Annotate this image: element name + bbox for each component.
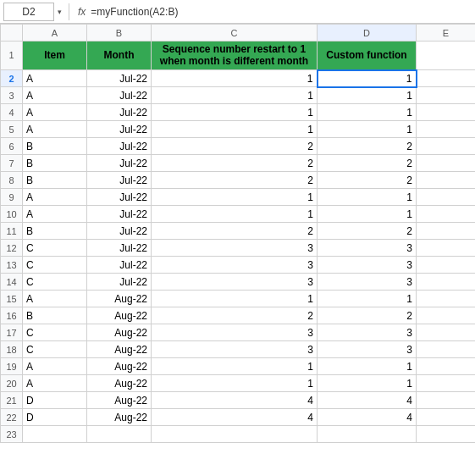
cell-c[interactable]: 1 [152,206,318,223]
cell-a[interactable]: A [23,206,87,223]
cell-d[interactable]: 1 [318,104,417,121]
cell-a[interactable] [23,426,87,443]
cell-c[interactable]: 1 [152,70,318,87]
cell-e[interactable] [417,172,476,189]
cell-b[interactable]: Aug-22 [87,392,152,409]
cell-c[interactable]: 3 [152,341,318,358]
cell-a[interactable]: A [23,87,87,104]
cell-d[interactable] [318,426,417,443]
header-custom-function[interactable]: Custom function [318,42,417,70]
cell-c[interactable]: 1 [152,358,318,375]
cell-d[interactable]: 2 [318,155,417,172]
cell-e[interactable] [417,426,476,443]
cell-d[interactable]: 1 [318,358,417,375]
cell-c[interactable]: 2 [152,307,318,324]
cell-b[interactable]: Jul-22 [87,155,152,172]
cell-c[interactable]: 3 [152,257,318,274]
cell-a[interactable]: C [23,274,87,291]
cell-b[interactable]: Jul-22 [87,240,152,257]
cell-b[interactable]: Jul-22 [87,138,152,155]
col-header-c[interactable]: C [152,25,318,42]
cell-d[interactable]: 3 [318,324,417,341]
cell-c[interactable]: 1 [152,375,318,392]
cell-e[interactable] [417,257,476,274]
cell-b[interactable] [87,426,152,443]
header-sequence[interactable]: Sequence number restart to 1 when month … [152,42,318,70]
cell-c[interactable]: 4 [152,392,318,409]
cell-e[interactable] [417,375,476,392]
cell-a[interactable]: C [23,240,87,257]
cell-a[interactable]: A [23,291,87,307]
cell-e[interactable] [417,240,476,257]
cell-a[interactable]: A [23,375,87,392]
cell-b[interactable]: Jul-22 [87,257,152,274]
cell-e[interactable] [417,206,476,223]
cell-c[interactable]: 3 [152,240,318,257]
cell-b[interactable]: Jul-22 [87,104,152,121]
cell-c[interactable]: 2 [152,172,318,189]
cell-a[interactable]: B [23,307,87,324]
cell-ref-dropdown-icon[interactable]: ▾ [58,8,62,16]
cell-b[interactable]: Jul-22 [87,70,152,87]
cell-b[interactable]: Aug-22 [87,324,152,341]
cell-e[interactable] [417,291,476,307]
cell-a[interactable]: A [23,104,87,121]
cell-b[interactable]: Jul-22 [87,87,152,104]
cell-e[interactable] [417,358,476,375]
cell-a[interactable]: B [23,138,87,155]
cell-a[interactable]: B [23,223,87,240]
cell-e[interactable] [417,121,476,138]
cell-d[interactable]: 1 [318,70,417,87]
cell-e[interactable] [417,324,476,341]
cell-d[interactable]: 1 [318,189,417,206]
cell-d[interactable]: 1 [318,87,417,104]
cell-c[interactable]: 1 [152,291,318,307]
cell-c[interactable]: 1 [152,87,318,104]
header-month[interactable]: Month [87,42,152,70]
cell-e[interactable] [417,155,476,172]
cell-a[interactable]: A [23,189,87,206]
cell-c[interactable]: 1 [152,189,318,206]
cell-d[interactable]: 2 [318,223,417,240]
cell-e[interactable] [417,70,476,87]
cell-d[interactable]: 1 [318,375,417,392]
col-header-a[interactable]: A [23,25,87,42]
cell-b[interactable]: Aug-22 [87,341,152,358]
cell-d[interactable]: 4 [318,409,417,426]
cell-b[interactable]: Aug-22 [87,375,152,392]
cell-a[interactable]: C [23,341,87,358]
cell-c[interactable] [152,426,318,443]
cell-a[interactable]: A [23,358,87,375]
cell-b[interactable]: Aug-22 [87,291,152,307]
col-header-e[interactable]: E [417,25,476,42]
cell-e[interactable] [417,392,476,409]
cell-b[interactable]: Aug-22 [87,358,152,375]
col-header-d[interactable]: D [318,25,417,42]
cell-a[interactable]: D [23,409,87,426]
header-item[interactable]: Item [23,42,87,70]
cell-b[interactable]: Jul-22 [87,189,152,206]
cell-a[interactable]: C [23,324,87,341]
formula-input[interactable]: =myFunction(A2:B) [91,6,472,18]
cell-b[interactable]: Aug-22 [87,409,152,426]
cell-e1[interactable] [417,42,476,70]
cell-c[interactable]: 4 [152,409,318,426]
cell-e[interactable] [417,138,476,155]
cell-d[interactable]: 1 [318,121,417,138]
cell-a[interactable]: C [23,257,87,274]
cell-d[interactable]: 3 [318,274,417,291]
cell-d[interactable]: 3 [318,240,417,257]
cell-c[interactable]: 2 [152,155,318,172]
cell-b[interactable]: Jul-22 [87,172,152,189]
cell-a[interactable]: D [23,392,87,409]
cell-d[interactable]: 3 [318,257,417,274]
cell-d[interactable]: 1 [318,291,417,307]
cell-d[interactable]: 2 [318,172,417,189]
cell-e[interactable] [417,409,476,426]
cell-d[interactable]: 4 [318,392,417,409]
cell-reference-box[interactable]: D2 [3,3,54,21]
cell-e[interactable] [417,341,476,358]
cell-e[interactable] [417,307,476,324]
cell-e[interactable] [417,189,476,206]
cell-d[interactable]: 1 [318,206,417,223]
